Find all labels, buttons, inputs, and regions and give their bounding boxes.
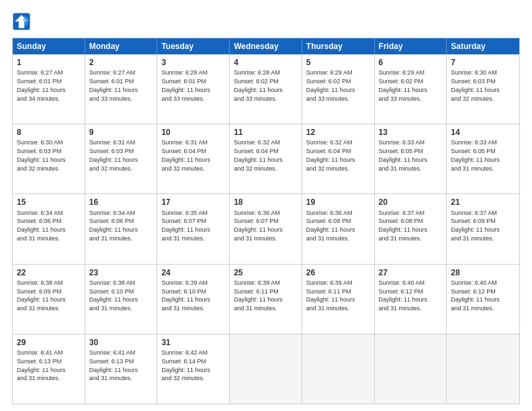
calendar-row-1: 1Sunrise: 6:27 AM Sunset: 6:01 PM Daylig…	[13, 54, 519, 124]
day-number: 18	[234, 197, 298, 208]
day-number: 7	[451, 57, 515, 68]
day-cell-7: 7Sunrise: 6:30 AM Sunset: 6:03 PM Daylig…	[447, 54, 519, 124]
day-number: 22	[17, 267, 81, 278]
day-info: Sunrise: 6:32 AM Sunset: 6:04 PM Dayligh…	[306, 139, 355, 171]
calendar-row-3: 15Sunrise: 6:34 AM Sunset: 6:06 PM Dayli…	[13, 193, 519, 263]
day-info: Sunrise: 6:39 AM Sunset: 6:10 PM Dayligh…	[161, 279, 210, 312]
day-info: Sunrise: 6:28 AM Sunset: 6:02 PM Dayligh…	[234, 69, 283, 101]
calendar: SundayMondayTuesdayWednesdayThursdayFrid…	[12, 38, 520, 404]
day-number: 3	[161, 57, 225, 68]
day-number: 17	[161, 197, 225, 208]
day-cell-15: 15Sunrise: 6:34 AM Sunset: 6:06 PM Dayli…	[13, 194, 85, 263]
day-cell-16: 16Sunrise: 6:34 AM Sunset: 6:06 PM Dayli…	[85, 194, 158, 263]
logo-icon	[12, 12, 31, 31]
day-number: 8	[17, 127, 81, 138]
day-cell-27: 27Sunrise: 6:40 AM Sunset: 6:12 PM Dayli…	[375, 265, 447, 334]
day-cell-empty	[230, 334, 302, 404]
day-number: 25	[234, 267, 298, 278]
day-number: 9	[89, 127, 153, 138]
day-cell-30: 30Sunrise: 6:41 AM Sunset: 6:13 PM Dayli…	[85, 334, 158, 404]
day-info: Sunrise: 6:36 AM Sunset: 6:07 PM Dayligh…	[234, 210, 283, 242]
day-info: Sunrise: 6:27 AM Sunset: 6:01 PM Dayligh…	[89, 69, 138, 101]
header-cell-sunday: Sunday	[13, 38, 85, 54]
day-info: Sunrise: 6:29 AM Sunset: 6:02 PM Dayligh…	[306, 69, 355, 101]
day-cell-20: 20Sunrise: 6:37 AM Sunset: 6:08 PM Dayli…	[375, 194, 447, 263]
day-number: 26	[306, 267, 370, 278]
day-cell-2: 2Sunrise: 6:27 AM Sunset: 6:01 PM Daylig…	[85, 54, 158, 124]
day-cell-8: 8Sunrise: 6:30 AM Sunset: 6:03 PM Daylig…	[13, 124, 85, 193]
header-cell-tuesday: Tuesday	[157, 38, 230, 54]
day-info: Sunrise: 6:41 AM Sunset: 6:13 PM Dayligh…	[17, 349, 66, 381]
calendar-row-4: 22Sunrise: 6:38 AM Sunset: 6:09 PM Dayli…	[13, 264, 519, 334]
day-number: 1	[17, 57, 81, 68]
calendar-row-2: 8Sunrise: 6:30 AM Sunset: 6:03 PM Daylig…	[13, 124, 519, 193]
day-cell-28: 28Sunrise: 6:40 AM Sunset: 6:12 PM Dayli…	[447, 265, 519, 334]
day-number: 6	[379, 57, 443, 68]
day-info: Sunrise: 6:37 AM Sunset: 6:08 PM Dayligh…	[379, 210, 428, 242]
day-number: 15	[17, 197, 81, 208]
day-info: Sunrise: 6:40 AM Sunset: 6:12 PM Dayligh…	[379, 279, 428, 312]
day-number: 30	[89, 337, 153, 348]
day-number: 14	[451, 127, 515, 138]
logo	[12, 12, 34, 31]
day-cell-22: 22Sunrise: 6:38 AM Sunset: 6:09 PM Dayli…	[13, 265, 85, 334]
day-info: Sunrise: 6:40 AM Sunset: 6:12 PM Dayligh…	[451, 279, 500, 312]
day-number: 29	[17, 337, 81, 348]
day-cell-6: 6Sunrise: 6:29 AM Sunset: 6:02 PM Daylig…	[375, 54, 447, 124]
day-number: 5	[306, 57, 370, 68]
day-cell-9: 9Sunrise: 6:31 AM Sunset: 6:03 PM Daylig…	[85, 124, 158, 193]
day-cell-18: 18Sunrise: 6:36 AM Sunset: 6:07 PM Dayli…	[230, 194, 302, 263]
day-number: 21	[451, 197, 515, 208]
calendar-row-5: 29Sunrise: 6:41 AM Sunset: 6:13 PM Dayli…	[13, 334, 519, 404]
day-cell-empty	[447, 334, 519, 404]
day-info: Sunrise: 6:38 AM Sunset: 6:10 PM Dayligh…	[89, 279, 138, 312]
day-info: Sunrise: 6:38 AM Sunset: 6:09 PM Dayligh…	[17, 279, 66, 312]
day-cell-23: 23Sunrise: 6:38 AM Sunset: 6:10 PM Dayli…	[85, 265, 158, 334]
day-info: Sunrise: 6:36 AM Sunset: 6:08 PM Dayligh…	[306, 210, 355, 242]
day-number: 13	[379, 127, 443, 138]
day-cell-1: 1Sunrise: 6:27 AM Sunset: 6:01 PM Daylig…	[13, 54, 85, 124]
day-info: Sunrise: 6:33 AM Sunset: 6:05 PM Dayligh…	[379, 139, 428, 171]
day-number: 23	[89, 267, 153, 278]
day-cell-29: 29Sunrise: 6:41 AM Sunset: 6:13 PM Dayli…	[13, 334, 85, 404]
day-info: Sunrise: 6:37 AM Sunset: 6:09 PM Dayligh…	[451, 210, 500, 242]
header-cell-wednesday: Wednesday	[230, 38, 302, 54]
day-number: 12	[306, 127, 370, 138]
day-info: Sunrise: 6:29 AM Sunset: 6:02 PM Dayligh…	[379, 69, 428, 101]
day-info: Sunrise: 6:30 AM Sunset: 6:03 PM Dayligh…	[17, 139, 66, 171]
day-number: 27	[379, 267, 443, 278]
day-number: 11	[234, 127, 298, 138]
day-info: Sunrise: 6:41 AM Sunset: 6:13 PM Dayligh…	[89, 349, 138, 381]
calendar-page: SundayMondayTuesdayWednesdayThursdayFrid…	[0, 0, 532, 411]
day-info: Sunrise: 6:39 AM Sunset: 6:11 PM Dayligh…	[234, 279, 283, 312]
day-cell-5: 5Sunrise: 6:29 AM Sunset: 6:02 PM Daylig…	[302, 54, 375, 124]
calendar-header: SundayMondayTuesdayWednesdayThursdayFrid…	[13, 38, 519, 54]
day-number: 24	[161, 267, 225, 278]
day-cell-4: 4Sunrise: 6:28 AM Sunset: 6:02 PM Daylig…	[230, 54, 302, 124]
day-info: Sunrise: 6:34 AM Sunset: 6:06 PM Dayligh…	[17, 210, 66, 242]
day-info: Sunrise: 6:39 AM Sunset: 6:11 PM Dayligh…	[306, 279, 355, 312]
day-number: 28	[451, 267, 515, 278]
day-cell-14: 14Sunrise: 6:33 AM Sunset: 6:05 PM Dayli…	[447, 124, 519, 193]
day-cell-10: 10Sunrise: 6:31 AM Sunset: 6:04 PM Dayli…	[157, 124, 230, 193]
day-number: 16	[89, 197, 153, 208]
day-cell-26: 26Sunrise: 6:39 AM Sunset: 6:11 PM Dayli…	[302, 265, 375, 334]
day-info: Sunrise: 6:35 AM Sunset: 6:07 PM Dayligh…	[161, 210, 210, 242]
day-cell-12: 12Sunrise: 6:32 AM Sunset: 6:04 PM Dayli…	[302, 124, 375, 193]
day-cell-13: 13Sunrise: 6:33 AM Sunset: 6:05 PM Dayli…	[375, 124, 447, 193]
day-info: Sunrise: 6:34 AM Sunset: 6:06 PM Dayligh…	[89, 210, 138, 242]
day-number: 2	[89, 57, 153, 68]
day-number: 4	[234, 57, 298, 68]
day-cell-25: 25Sunrise: 6:39 AM Sunset: 6:11 PM Dayli…	[230, 265, 302, 334]
header-cell-monday: Monday	[85, 38, 158, 54]
day-number: 31	[161, 337, 225, 348]
day-cell-17: 17Sunrise: 6:35 AM Sunset: 6:07 PM Dayli…	[157, 194, 230, 263]
day-cell-3: 3Sunrise: 6:28 AM Sunset: 6:01 PM Daylig…	[157, 54, 230, 124]
header-cell-friday: Friday	[375, 38, 447, 54]
page-header	[12, 12, 520, 31]
day-cell-19: 19Sunrise: 6:36 AM Sunset: 6:08 PM Dayli…	[302, 194, 375, 263]
day-number: 19	[306, 197, 370, 208]
day-info: Sunrise: 6:42 AM Sunset: 6:14 PM Dayligh…	[161, 349, 210, 381]
day-cell-24: 24Sunrise: 6:39 AM Sunset: 6:10 PM Dayli…	[157, 265, 230, 334]
header-cell-thursday: Thursday	[302, 38, 375, 54]
